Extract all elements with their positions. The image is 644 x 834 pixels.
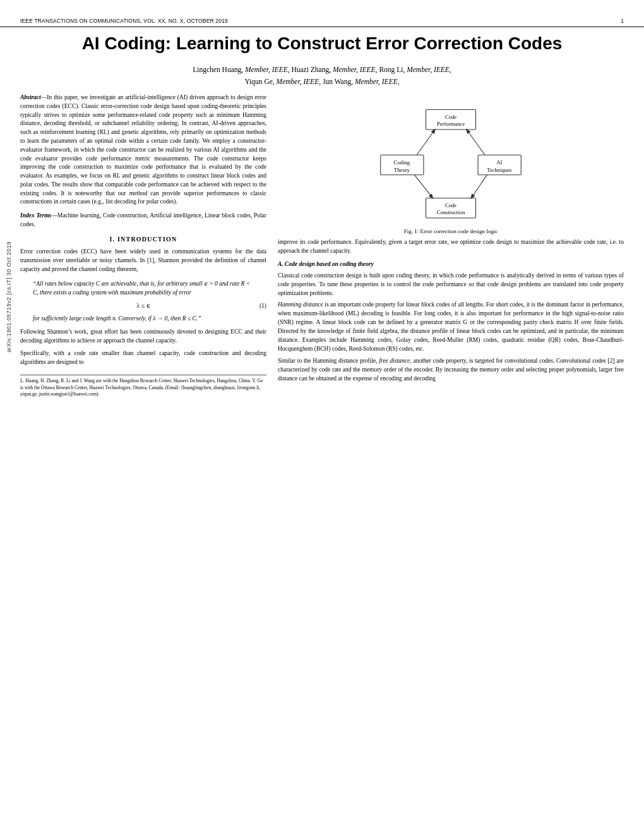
right-p3: Hamming distance is an important code pr…: [278, 301, 624, 354]
abstract-dash: —: [41, 94, 47, 100]
abstract-text: In this paper, we investigate an artific…: [20, 94, 266, 205]
figure-caption: Fig. 1: Error correction code design log…: [404, 227, 498, 236]
equation-1: λ ≤ ϵ (1): [20, 302, 266, 309]
intro-p1: Error correction codes (ECC) have been w…: [20, 248, 266, 274]
section-A-heading: A. Code design based on coding theory: [278, 260, 624, 269]
hamming-term: Hamming distance: [278, 301, 323, 308]
svg-line-14: [415, 175, 433, 198]
quote-text: “All rates below capacity C are achievab…: [33, 279, 254, 298]
svg-text:AI: AI: [496, 159, 502, 166]
author-member-2: Member, IEEE,: [333, 66, 378, 73]
arxiv-label-text: arXiv:1901.05719v2 [cs.IT] 30 Oct 2019: [6, 241, 12, 353]
figure-1: Code Performance Coding Theory AI Techni…: [278, 99, 624, 236]
author-line-1: Lingchen Huang, Member, IEEE, Huazi Zhan…: [33, 64, 611, 75]
authors: Lingchen Huang, Member, IEEE, Huazi Zhan…: [33, 64, 611, 87]
intro-text-p1: Error correction codes (ECC) have been w…: [20, 248, 266, 274]
quote-after-block: for sufficiently large code length n. Co…: [33, 314, 254, 323]
two-column-layout: Abstract—In this paper, we investigate a…: [20, 94, 624, 397]
arxiv-label: arXiv:1901.05719v2 [cs.IT] 30 Oct 2019: [0, 76, 18, 518]
right-column-text: improve its code performance. Equivalent…: [278, 238, 624, 384]
right-p1: improve its code performance. Equivalent…: [278, 238, 624, 256]
title-block: AI Coding: Learning to Construct Error C…: [20, 32, 624, 87]
main-content: AI Coding: Learning to Construct Error C…: [0, 32, 644, 398]
svg-line-15: [471, 175, 487, 198]
right-column: Code Performance Coding Theory AI Techni…: [278, 94, 624, 397]
right-p3-body: is an important code property for linear…: [278, 301, 624, 352]
diagram-svg: Code Performance Coding Theory AI Techni…: [362, 99, 539, 225]
author-line-2: Yiqun Ge, Member, IEEE, Jun Wang, Member…: [33, 76, 611, 87]
index-terms-dash: —: [51, 212, 57, 219]
right-p4-intro: Similar to the Hamming distance profile,: [278, 358, 379, 364]
abstract-block: Abstract—In this paper, we investigate a…: [20, 94, 266, 207]
page: IEEE TRANSACTIONS ON COMMUNICATIONS, VOL…: [0, 0, 644, 834]
journal-info: IEEE TRANSACTIONS ON COMMUNICATIONS, VOL…: [20, 18, 228, 24]
author-member-3: Member, IEEE,: [407, 66, 451, 73]
author-member-4: Member, IEEE,: [277, 78, 321, 85]
paper-title: AI Coding: Learning to Construct Error C…: [33, 32, 611, 55]
section-I-label: I.: [110, 236, 116, 243]
abstract-label: Abstract: [20, 94, 41, 100]
section-I-title: Introduction: [117, 236, 177, 243]
intro-p3: Specifically, with a code rate smaller t…: [20, 349, 266, 367]
author-member-5: Member, IEEE,: [355, 78, 400, 85]
index-terms-label: Index Terms: [20, 212, 51, 219]
svg-text:Code: Code: [445, 202, 456, 208]
intro-text-p2: Following Shannon’s work, great effort h…: [20, 328, 266, 346]
svg-text:Theory: Theory: [394, 167, 410, 173]
section-I-heading: I. Introduction: [20, 236, 266, 243]
svg-text:Coding: Coding: [394, 159, 410, 166]
quote-block: “All rates below capacity C are achievab…: [33, 279, 254, 298]
svg-text:Techniques: Techniques: [487, 167, 512, 173]
right-p2: Classical code construction design is bu…: [278, 272, 624, 298]
quote-after-text: for sufficiently large code length n. Co…: [33, 314, 254, 323]
svg-line-13: [467, 130, 485, 155]
author-member-1: Member, IEEE,: [245, 66, 290, 73]
svg-text:Performance: Performance: [437, 121, 465, 127]
left-column: Abstract—In this paper, we investigate a…: [20, 94, 266, 397]
right-p4: Similar to the Hamming distance profile,…: [278, 357, 624, 384]
equation-number: (1): [259, 303, 266, 309]
free-distance-term: free distance: [379, 358, 410, 364]
footnote-block: L. Huang, H. Zhang, R. Li and J. Wang ar…: [20, 375, 266, 398]
svg-text:Code: Code: [445, 114, 456, 120]
page-header: IEEE TRANSACTIONS ON COMMUNICATIONS, VOL…: [0, 18, 644, 27]
svg-text:Construction: Construction: [437, 209, 465, 215]
footnote-text: L. Huang, H. Zhang, R. Li and J. Wang ar…: [20, 378, 263, 397]
intro-p2: Following Shannon’s work, great effort h…: [20, 328, 266, 346]
index-terms-block: Index Terms—Machine learning, Code const…: [20, 212, 266, 229]
page-number: 1: [621, 18, 624, 24]
intro-text-p3: Specifically, with a code rate smaller t…: [20, 349, 266, 367]
equation-lambda: λ ≤ ϵ: [136, 302, 150, 309]
index-terms-text: Machine learning, Code construction, Art…: [20, 212, 266, 227]
svg-line-12: [417, 130, 435, 155]
